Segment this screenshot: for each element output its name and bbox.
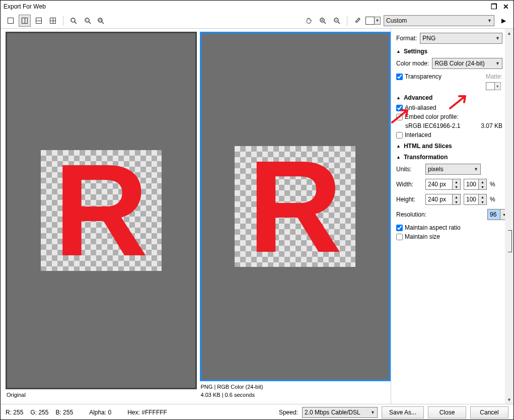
svg-point-0 bbox=[71, 18, 75, 22]
zoom-100-button[interactable]: 100 bbox=[96, 15, 108, 27]
layout-grid-button[interactable] bbox=[47, 15, 59, 27]
color-mode-combo[interactable]: RGB Color (24-bit)▼ bbox=[432, 58, 502, 69]
height-percent-spinner[interactable]: ▲▼ bbox=[464, 194, 487, 205]
preset-combo[interactable]: Custom ▼ bbox=[384, 15, 494, 26]
preview-original-canvas[interactable]: R bbox=[6, 32, 197, 389]
preview-original-caption: Original bbox=[6, 389, 197, 401]
height-percent-input[interactable] bbox=[464, 194, 479, 205]
html-slices-section-header[interactable]: ▲HTML and Slices bbox=[396, 143, 508, 150]
status-r-label: R: bbox=[6, 409, 12, 416]
zoom-out-button[interactable] bbox=[331, 15, 343, 27]
preview-output-canvas[interactable]: R bbox=[200, 32, 391, 381]
save-as-button[interactable]: Save As... bbox=[382, 406, 424, 418]
height-input[interactable] bbox=[425, 194, 453, 205]
resolution-label: Resolution: bbox=[396, 211, 431, 218]
percent-symbol: % bbox=[490, 181, 495, 188]
color-swatch[interactable] bbox=[365, 17, 375, 25]
color-profile-size: 3.07 KB bbox=[481, 122, 502, 129]
width-spinner[interactable]: ▲▼ bbox=[425, 179, 461, 190]
zoom-actual-button[interactable]: 1 bbox=[82, 15, 94, 27]
percent-symbol: % bbox=[490, 196, 495, 203]
close-button[interactable]: Close bbox=[428, 406, 466, 418]
annotation-arrow-icon bbox=[449, 94, 469, 109]
width-label: Width: bbox=[396, 181, 422, 188]
format-combo-value: PNG bbox=[422, 35, 435, 42]
units-combo-value: pixels bbox=[428, 166, 444, 173]
color-mode-value: RGB Color (24-bit) bbox=[434, 60, 484, 67]
svg-line-1 bbox=[75, 22, 77, 24]
annotation-arrow-icon bbox=[391, 108, 411, 123]
layout-single-button[interactable] bbox=[5, 15, 17, 27]
color-profile-name: sRGB IEC61966-2.1 bbox=[405, 122, 460, 129]
status-alpha-label: Alpha: bbox=[89, 409, 106, 416]
maximize-icon[interactable]: ❐ bbox=[489, 2, 498, 11]
svg-line-6 bbox=[102, 22, 104, 24]
svg-line-9 bbox=[324, 22, 326, 24]
preset-combo-value: Custom bbox=[386, 17, 407, 24]
zoom-in-button[interactable] bbox=[317, 15, 329, 27]
window-title: Export For Web bbox=[4, 3, 46, 10]
link-dimensions-icon bbox=[508, 230, 512, 252]
cancel-button[interactable]: Cancel bbox=[470, 406, 508, 418]
status-b-label: B: bbox=[55, 409, 61, 416]
format-combo[interactable]: PNG▼ bbox=[420, 33, 502, 44]
svg-line-3 bbox=[89, 22, 91, 24]
status-b-value: 255 bbox=[63, 409, 73, 416]
transparency-label: Transparency bbox=[405, 73, 442, 80]
speed-label: Speed: bbox=[279, 409, 298, 416]
width-percent-input[interactable] bbox=[464, 179, 479, 190]
separator bbox=[63, 16, 63, 26]
layout-split-horizontal-button[interactable] bbox=[33, 15, 45, 27]
matte-swatch-combo: ▼ bbox=[486, 82, 502, 90]
speed-combo[interactable]: 2.0 Mbps Cable/DSL▼ bbox=[302, 407, 378, 418]
units-label: Units: bbox=[396, 166, 422, 173]
transparency-checkbox[interactable] bbox=[396, 74, 403, 80]
width-input[interactable] bbox=[425, 179, 453, 190]
eyedropper-button[interactable] bbox=[351, 15, 363, 27]
embed-profile-label: Embed color profile: bbox=[405, 113, 459, 120]
sample-image-letter: R bbox=[54, 161, 149, 259]
units-combo[interactable]: pixels▼ bbox=[425, 164, 481, 175]
maintain-ratio-label: Maintain aspect ratio bbox=[405, 224, 461, 231]
height-spinner[interactable]: ▲▼ bbox=[425, 194, 461, 205]
height-label: Height: bbox=[396, 196, 422, 203]
sample-image-letter: R bbox=[248, 158, 342, 256]
chevron-down-icon[interactable]: ▼ bbox=[375, 17, 381, 25]
sidebar-scrollbar[interactable]: ▲▼ bbox=[505, 29, 513, 404]
maintain-ratio-checkbox[interactable] bbox=[396, 225, 403, 231]
status-g-value: 255 bbox=[38, 409, 48, 416]
resolution-input[interactable] bbox=[487, 209, 500, 220]
separator bbox=[347, 16, 347, 26]
transformation-section-header[interactable]: ▲Transformation bbox=[396, 154, 508, 161]
status-hex-label: Hex: bbox=[127, 409, 140, 416]
preview-output-caption: PNG | RGB Color (24-bit) 4.03 KB | 0.6 s… bbox=[200, 381, 391, 401]
transparency-checkerboard: R bbox=[235, 146, 355, 267]
close-icon[interactable]: ✕ bbox=[501, 2, 510, 11]
chevron-down-icon: ▼ bbox=[487, 18, 492, 23]
speed-combo-value: 2.0 Mbps Cable/DSL bbox=[305, 409, 360, 416]
svg-text:100: 100 bbox=[98, 19, 102, 22]
svg-line-13 bbox=[338, 22, 340, 24]
interlaced-checkbox[interactable] bbox=[396, 132, 403, 138]
matte-label: Matte: bbox=[486, 73, 502, 80]
interlaced-label: Interlaced bbox=[405, 131, 431, 138]
hand-tool-button[interactable] bbox=[303, 15, 315, 27]
width-percent-spinner[interactable]: ▲▼ bbox=[464, 179, 487, 190]
status-hex-value: #FFFFFF bbox=[141, 409, 167, 416]
layout-split-vertical-button[interactable] bbox=[19, 15, 31, 27]
status-r-value: 255 bbox=[13, 409, 23, 416]
svg-text:1: 1 bbox=[86, 19, 88, 22]
status-g-label: G: bbox=[30, 409, 37, 416]
transparency-checkerboard: R bbox=[41, 150, 162, 271]
color-mode-label: Color mode: bbox=[396, 60, 429, 67]
color-swatch-combo[interactable]: ▼ bbox=[365, 17, 381, 25]
maintain-size-label: Maintain size bbox=[405, 233, 440, 240]
zoom-fit-button[interactable] bbox=[67, 15, 80, 27]
format-label: Format: bbox=[396, 35, 417, 42]
settings-section-header[interactable]: ▲Settings bbox=[396, 48, 508, 55]
status-alpha-value: 0 bbox=[108, 409, 112, 416]
maintain-size-checkbox[interactable] bbox=[396, 234, 403, 240]
overflow-menu-button[interactable]: ▶ bbox=[497, 15, 509, 27]
